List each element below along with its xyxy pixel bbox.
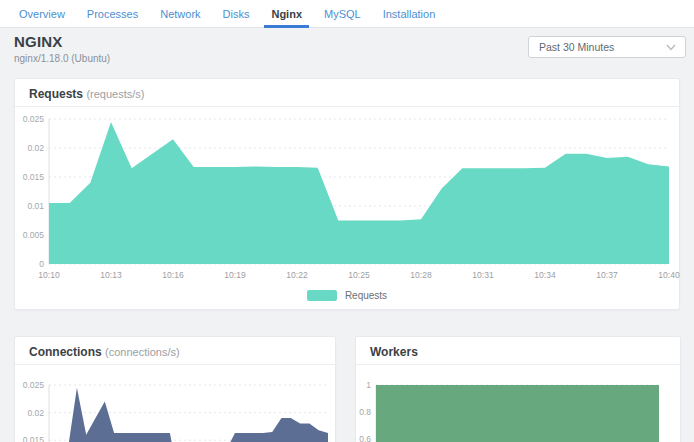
chevron-down-icon bbox=[666, 44, 676, 51]
tab-nginx[interactable]: Nginx bbox=[260, 0, 313, 27]
requests-legend[interactable]: Requests bbox=[15, 290, 679, 301]
monitoring-dashboard: OverviewProcessesNetworkDisksNginxMySQLI… bbox=[0, 0, 694, 442]
svg-text:10:13: 10:13 bbox=[100, 270, 122, 280]
chart-title-text: Connections bbox=[29, 345, 102, 359]
divider bbox=[15, 364, 335, 365]
requests-card: Requests (requests/s) 0.0250.020.0150.01… bbox=[14, 78, 680, 310]
tab-mysql[interactable]: MySQL bbox=[313, 0, 372, 27]
svg-text:0.02: 0.02 bbox=[27, 143, 44, 153]
connections-chart-title: Connections (connections/s) bbox=[15, 337, 335, 363]
tab-installation[interactable]: Installation bbox=[372, 0, 447, 27]
svg-text:0.015: 0.015 bbox=[23, 435, 45, 442]
svg-text:0.01: 0.01 bbox=[27, 201, 44, 211]
svg-text:10:19: 10:19 bbox=[224, 270, 246, 280]
svg-text:0.6: 0.6 bbox=[359, 434, 371, 442]
requests-chart: 0.0250.020.0150.010.005010:1010:1310:161… bbox=[15, 115, 679, 286]
svg-text:0.025: 0.025 bbox=[23, 381, 45, 390]
svg-text:10:25: 10:25 bbox=[348, 270, 370, 280]
workers-card: Workers 10.80.60.40.20 bbox=[355, 336, 681, 442]
chart-title-text: Requests bbox=[29, 87, 83, 101]
tab-disks[interactable]: Disks bbox=[212, 0, 261, 27]
svg-text:10:16: 10:16 bbox=[162, 270, 184, 280]
workers-chart: 10.80.60.40.20 bbox=[356, 381, 680, 442]
tab-processes[interactable]: Processes bbox=[76, 0, 149, 27]
svg-text:1: 1 bbox=[366, 381, 371, 390]
svg-text:0.8: 0.8 bbox=[359, 407, 371, 417]
svg-text:10:37: 10:37 bbox=[596, 270, 618, 280]
time-range-value: Past 30 Minutes bbox=[539, 41, 614, 53]
connections-chart: 0.0250.020.0150.010.0050 bbox=[15, 381, 335, 442]
connections-card: Connections (connections/s) 0.0250.020.0… bbox=[14, 336, 336, 442]
legend-label: Requests bbox=[345, 290, 387, 301]
svg-text:10:28: 10:28 bbox=[410, 270, 432, 280]
time-range-select[interactable]: Past 30 Minutes bbox=[528, 36, 686, 58]
svg-text:0.015: 0.015 bbox=[23, 172, 45, 182]
page-title: NGINX bbox=[14, 33, 110, 50]
tab-overview[interactable]: Overview bbox=[8, 0, 76, 27]
svg-text:0.005: 0.005 bbox=[23, 230, 45, 240]
chart-title-text: Workers bbox=[370, 345, 418, 359]
svg-text:10:40: 10:40 bbox=[658, 270, 680, 280]
divider bbox=[356, 364, 680, 365]
workers-chart-title: Workers bbox=[356, 337, 680, 363]
svg-text:0: 0 bbox=[39, 259, 44, 269]
tab-network[interactable]: Network bbox=[149, 0, 211, 27]
svg-text:10:22: 10:22 bbox=[286, 270, 308, 280]
svg-text:0.025: 0.025 bbox=[23, 115, 45, 124]
page-header: NGINX nginx/1.18.0 (Ubuntu) bbox=[14, 33, 110, 64]
svg-text:10:10: 10:10 bbox=[38, 270, 60, 280]
legend-swatch bbox=[307, 290, 337, 301]
chart-title-unit: (requests/s) bbox=[86, 88, 144, 100]
divider bbox=[15, 106, 679, 107]
chart-title-unit: (connections/s) bbox=[105, 346, 180, 358]
page-subtitle: nginx/1.18.0 (Ubuntu) bbox=[14, 53, 110, 64]
svg-text:10:31: 10:31 bbox=[472, 270, 494, 280]
tab-bar: OverviewProcessesNetworkDisksNginxMySQLI… bbox=[0, 0, 694, 28]
svg-text:0.02: 0.02 bbox=[27, 408, 44, 418]
svg-text:10:34: 10:34 bbox=[534, 270, 556, 280]
requests-chart-title: Requests (requests/s) bbox=[15, 79, 679, 105]
